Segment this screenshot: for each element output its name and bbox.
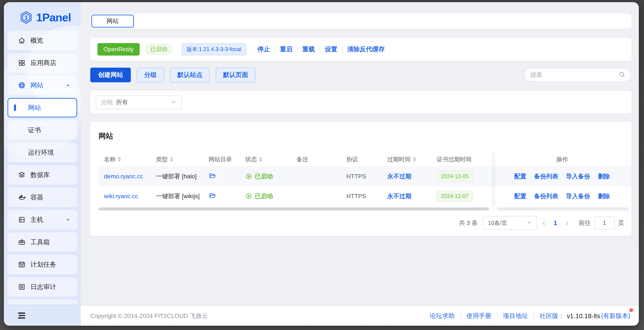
calendar-icon <box>18 261 26 268</box>
import-backup-link[interactable]: 导入备份 <box>566 172 590 181</box>
open-folder-icon[interactable] <box>209 172 245 181</box>
clear-proxy-cache-link[interactable]: 清除反代缓存 <box>342 45 390 54</box>
site-name-link[interactable]: demo.ryanc.cc <box>104 173 156 180</box>
sidebar-subitem-runtime[interactable]: 运行环境 <box>8 143 77 162</box>
current-page[interactable]: 1 <box>550 219 560 227</box>
version-badge: 版本:1.21.4.3-3-3-focal <box>182 43 246 55</box>
sort-carets-icon <box>118 157 121 162</box>
sidebar-item-cron[interactable]: 计划任务 <box>8 255 77 274</box>
sidebar-item-label: 运行环境 <box>28 148 71 157</box>
logo[interactable]: 1 1Panel <box>4 4 81 31</box>
column-header-name[interactable]: 名称 <box>104 156 156 163</box>
new-version-link[interactable]: (有新版本) <box>601 312 630 320</box>
sidebar-item-app-store[interactable]: 应用商店 <box>8 53 77 73</box>
open-folder-icon[interactable] <box>209 192 245 201</box>
reload-link[interactable]: 重载 <box>298 45 320 54</box>
group-button[interactable]: 分组 <box>137 68 164 82</box>
restart-link[interactable]: 重启 <box>275 45 297 54</box>
sidebar-subitem-website[interactable]: 网站 <box>8 98 77 117</box>
next-page-icon[interactable]: › <box>560 218 574 228</box>
container-whale-icon <box>18 193 26 201</box>
divider <box>534 313 534 319</box>
sidebar-item-host[interactable]: 主机 <box>8 210 77 229</box>
website-table-card: 网站 名称 类型 网站目录 <box>90 122 632 236</box>
1panel-logo-icon: 1 <box>20 11 33 24</box>
configure-link[interactable]: 配置 <box>514 172 526 181</box>
settings-link[interactable]: 设置 <box>320 45 342 54</box>
column-header-expire[interactable]: 过期时间 <box>387 156 437 163</box>
site-cert-expire: 2024-12-05 <box>437 171 492 182</box>
chevron-down-icon <box>526 219 532 227</box>
search-icon[interactable] <box>618 71 626 79</box>
configure-link[interactable]: 配置 <box>514 192 526 200</box>
backup-list-link[interactable]: 备份列表 <box>534 172 558 181</box>
tab-website[interactable]: 网站 <box>92 15 134 27</box>
sidebar-bottom-bar <box>4 305 81 326</box>
column-header-protocol: 协议 <box>346 156 387 163</box>
sidebar-item-label: 网站 <box>28 103 70 112</box>
host-icon <box>18 216 26 224</box>
tab-label: 网站 <box>107 17 119 25</box>
prev-page-icon[interactable]: ‹ <box>537 218 550 228</box>
create-website-button[interactable]: 创建网站 <box>90 68 131 82</box>
row-actions: 配置 备份列表 导入备份 删除 <box>492 186 632 206</box>
svg-text:1: 1 <box>24 14 28 21</box>
divider <box>460 313 461 319</box>
sidebar: 1 1Panel 概览 应用商店 网站 <box>4 2 81 326</box>
column-header-cert-expire: 证书过期时间 <box>437 156 492 163</box>
page-size-select[interactable]: 10条/页 <box>483 216 537 230</box>
service-status-bar: OpenResty 已启动 版本:1.21.4.3-3-3-focal 停止 重… <box>90 38 632 61</box>
column-header-status[interactable]: 状态 <box>245 156 296 163</box>
import-backup-link[interactable]: 导入备份 <box>566 192 590 200</box>
search-input[interactable] <box>530 71 618 78</box>
sidebar-item-database[interactable]: 数据库 <box>8 165 77 185</box>
sidebar-item-label: 概览 <box>30 36 71 45</box>
sidebar-item-clipped[interactable] <box>8 300 77 305</box>
sidebar-item-logs[interactable]: 日志审计 <box>8 277 77 297</box>
openresty-button[interactable]: OpenResty <box>98 43 140 55</box>
site-expire[interactable]: 永不过期 <box>387 192 437 200</box>
copyright-text: Copyright © 2014-2024 FIT2CLOUD 飞致云 <box>90 312 208 320</box>
scrollbar-thumb[interactable] <box>98 207 489 210</box>
group-select-value: 所有 <box>116 98 128 106</box>
active-indicator-bar <box>14 104 16 111</box>
delete-link[interactable]: 删除 <box>598 172 610 181</box>
logo-text: 1Panel <box>36 11 71 24</box>
site-expire[interactable]: 永不过期 <box>387 172 437 181</box>
collapse-sidebar-icon[interactable] <box>17 311 26 320</box>
row-actions: 配置 备份列表 导入备份 删除 <box>492 167 632 186</box>
service-status-badge: 已启动 <box>145 44 172 55</box>
sidebar-item-toolbox[interactable]: 工具箱 <box>8 232 77 252</box>
divider <box>497 313 498 319</box>
sidebar-item-label: 容器 <box>30 193 71 202</box>
group-select[interactable]: 分组 所有 <box>96 95 182 109</box>
sidebar-subitem-certificate[interactable]: 证书 <box>8 120 77 140</box>
scrollbar-track-fixed <box>497 207 629 210</box>
sidebar-item-label: 证书 <box>28 126 71 135</box>
sidebar-item-container[interactable]: 容器 <box>8 188 77 207</box>
sidebar-item-website[interactable]: 网站 <box>8 76 77 95</box>
stop-link[interactable]: 停止 <box>253 45 275 54</box>
search-box[interactable] <box>524 68 632 82</box>
edition-label: 社区版： <box>540 312 565 320</box>
backup-list-link[interactable]: 备份列表 <box>534 192 558 200</box>
desktop-background: 1 1Panel 概览 应用商店 网站 <box>0 0 644 330</box>
chevron-down-icon <box>170 99 177 106</box>
site-status: 已启动 <box>245 192 296 200</box>
default-page-button[interactable]: 默认页面 <box>216 68 256 82</box>
column-header-type[interactable]: 类型 <box>156 156 209 163</box>
site-type: 一键部署 [wikijs] <box>156 192 209 200</box>
site-name-link[interactable]: wiki.ryanc.cc <box>104 193 156 200</box>
forum-help-link[interactable]: 论坛求助 <box>430 312 455 320</box>
sidebar-item-label: 工具箱 <box>30 238 71 247</box>
default-site-button[interactable]: 默认站点 <box>170 68 210 82</box>
goto-page-input[interactable] <box>594 216 615 230</box>
website-table: 名称 类型 网站目录 状态 <box>98 152 632 210</box>
site-type: 一键部署 [halo] <box>156 172 209 181</box>
sidebar-item-label: 网站 <box>30 81 65 90</box>
sidebar-item-overview[interactable]: 概览 <box>8 31 77 50</box>
project-link[interactable]: 项目地址 <box>503 312 528 320</box>
delete-link[interactable]: 删除 <box>598 192 610 200</box>
manual-link[interactable]: 使用手册 <box>466 312 492 320</box>
column-header-actions: 操作 <box>492 152 632 166</box>
